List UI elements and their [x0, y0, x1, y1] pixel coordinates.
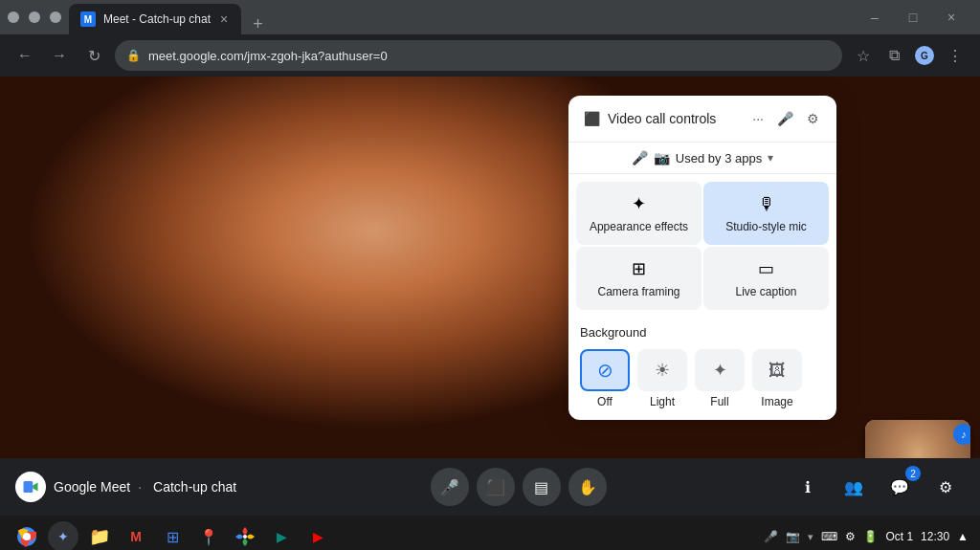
window-controls: [8, 11, 61, 23]
active-speaker-icon: ♪: [953, 424, 970, 445]
new-tab-button[interactable]: +: [249, 14, 267, 34]
system-taskbar: ✦ 📁 M ⊞ 📍 ▶: [0, 516, 980, 550]
main-content: Joe Carlson ♪ ⬛ Video call controls ··· …: [0, 77, 980, 516]
panel-header-actions: ··· 🎤 ⚙: [750, 109, 821, 128]
camera-button[interactable]: ⬛: [477, 468, 515, 506]
files-icon: 📁: [89, 526, 110, 547]
pinwheel-icon: [235, 527, 255, 546]
more-options-button[interactable]: ⚙: [926, 468, 965, 506]
taskbar-keyboard-icon: ⌨: [821, 530, 837, 543]
taskbar-files[interactable]: 📁: [84, 521, 115, 550]
appearance-effects-button[interactable]: ✦ Appearance effects: [576, 182, 702, 245]
google-meet-icon: [22, 478, 39, 495]
appearance-icon: ✦: [632, 193, 646, 214]
used-apps-chevron-icon: ▾: [768, 151, 773, 165]
live-caption-icon: ▭: [758, 258, 774, 279]
address-bar[interactable]: 🔒 meet.google.com/jmx-zgoh-jka?authuser=…: [115, 40, 842, 71]
mic-icon-green: 🎤: [632, 150, 648, 165]
bg-full-option[interactable]: ✦ Full: [695, 349, 745, 408]
bg-image-label: Image: [761, 395, 792, 408]
taskbar-assistant[interactable]: ✦: [48, 521, 78, 550]
chat-name: Catch-up chat: [153, 479, 236, 495]
menu-button[interactable]: ⋮: [942, 42, 969, 69]
bg-light-icon: ☀: [655, 360, 670, 381]
live-caption-label: Live caption: [735, 285, 796, 298]
tab-title: Meet - Catch-up chat: [103, 12, 211, 26]
bg-full-icon: ✦: [713, 360, 727, 381]
title-bar: M Meet - Catch-up chat × + – □ ×: [0, 0, 980, 34]
nav-bar: ← → ↻ 🔒 meet.google.com/jmx-zgoh-jka?aut…: [0, 34, 980, 77]
bg-image-icon: 🖼: [768, 361, 786, 381]
meet-logo-area: Google Meet · Catch-up chat: [15, 472, 236, 502]
url-text: meet.google.com/jmx-zgoh-jka?authuser=0: [148, 49, 831, 63]
camera-icon-green: 📷: [654, 150, 670, 165]
window-minimize-button[interactable]: –: [861, 4, 888, 31]
bg-light-option[interactable]: ☀ Light: [637, 349, 687, 408]
studio-mic-button[interactable]: 🎙 Studio-style mic: [703, 182, 829, 245]
studio-mic-icon: 🎙: [758, 194, 775, 214]
svg-rect-0: [24, 481, 33, 493]
panel-header: ⬛ Video call controls ··· 🎤 ⚙: [568, 96, 836, 143]
bg-off-icon: ⊘: [597, 359, 613, 382]
bg-off-option[interactable]: ⊘ Off: [580, 349, 630, 408]
raise-hand-button[interactable]: ✋: [568, 468, 607, 506]
bg-full-icon-wrap: ✦: [695, 349, 745, 391]
forward-button[interactable]: →: [46, 42, 73, 69]
google-apps-icon: ⊞: [167, 528, 179, 546]
taskbar-battery-icon: 🔋: [863, 530, 878, 543]
captions-button[interactable]: ▤: [523, 468, 561, 506]
taskbar-gmail[interactable]: M: [121, 521, 151, 550]
minimize-button[interactable]: [8, 11, 19, 23]
time-text: 12:30: [921, 530, 949, 543]
bg-light-icon-wrap: ☀: [637, 349, 687, 391]
controls-panel: ⬛ Video call controls ··· 🎤 ⚙ 🎤 📷 Used b…: [568, 96, 836, 420]
taskbar-google-apps[interactable]: ⊞: [157, 521, 188, 550]
window-maximize-button[interactable]: □: [900, 4, 926, 31]
taskbar-mic-icon: 🎤: [764, 530, 778, 543]
tab-favicon: M: [80, 11, 96, 27]
people-button[interactable]: 👥: [835, 468, 873, 506]
back-button[interactable]: ←: [11, 42, 38, 69]
screen-wrapper: M Meet - Catch-up chat × + – □ × ← → ↻ 🔒…: [0, 0, 980, 550]
gmail-icon: M: [130, 529, 142, 544]
info-button[interactable]: ℹ: [789, 468, 827, 506]
panel-more-button[interactable]: ···: [750, 109, 766, 128]
camera-framing-button[interactable]: ⊞ Camera framing: [576, 247, 702, 310]
tab-close-button[interactable]: ×: [218, 10, 230, 29]
bg-full-label: Full: [710, 395, 728, 408]
taskbar-chrome[interactable]: [11, 521, 42, 550]
taskbar-meet[interactable]: ▶: [266, 521, 297, 550]
mic-button[interactable]: 🎤: [431, 468, 469, 506]
used-apps-text: Used by 3 apps: [676, 151, 762, 165]
maximize-button[interactable]: [29, 11, 40, 23]
bg-off-icon-wrap: ⊘: [580, 349, 630, 391]
app-name: Google Meet: [54, 479, 130, 495]
bg-off-label: Off: [597, 395, 612, 408]
chrome-icon: [16, 526, 37, 547]
live-caption-button[interactable]: ▭ Live caption: [703, 247, 829, 310]
close-button[interactable]: [50, 11, 61, 23]
refresh-button[interactable]: ↻: [80, 42, 107, 69]
taskbar-youtube[interactable]: ▶: [302, 521, 333, 550]
extension-button[interactable]: ⧉: [880, 42, 907, 69]
panel-mic-button[interactable]: 🎤: [775, 109, 795, 128]
taskbar-pinwheel[interactable]: [230, 521, 260, 550]
tab-bar: M Meet - Catch-up chat × +: [69, 0, 846, 34]
browser-chrome: M Meet - Catch-up chat × + – □ × ← → ↻ 🔒…: [0, 0, 980, 77]
profile-button[interactable]: G: [911, 42, 938, 69]
background-section: Background ⊘ Off ☀ Light: [568, 318, 836, 420]
active-tab[interactable]: M Meet - Catch-up chat ×: [69, 4, 241, 34]
meet-toolbar: Google Meet · Catch-up chat 🎤 ⬛ ▤ ✋ ℹ 👥 …: [0, 458, 980, 516]
bg-image-option[interactable]: 🖼 Image: [752, 349, 802, 408]
window-close-button[interactable]: ×: [938, 4, 965, 31]
used-apps-bar[interactable]: 🎤 📷 Used by 3 apps ▾: [568, 143, 836, 174]
meet-logo: [15, 472, 46, 502]
panel-settings-button[interactable]: ⚙: [805, 109, 821, 128]
camera-framing-icon: ⊞: [632, 258, 646, 279]
bookmark-button[interactable]: ☆: [850, 42, 877, 69]
taskbar-status: 🎤 📷 ▾ ⌨ ⚙ 🔋 Oct 1 12:30 ▲: [764, 530, 969, 543]
date-text: Oct 1: [885, 530, 913, 543]
background-section-label: Background: [580, 325, 825, 340]
taskbar-maps[interactable]: 📍: [193, 521, 224, 550]
activities-badge: 2: [905, 466, 921, 481]
